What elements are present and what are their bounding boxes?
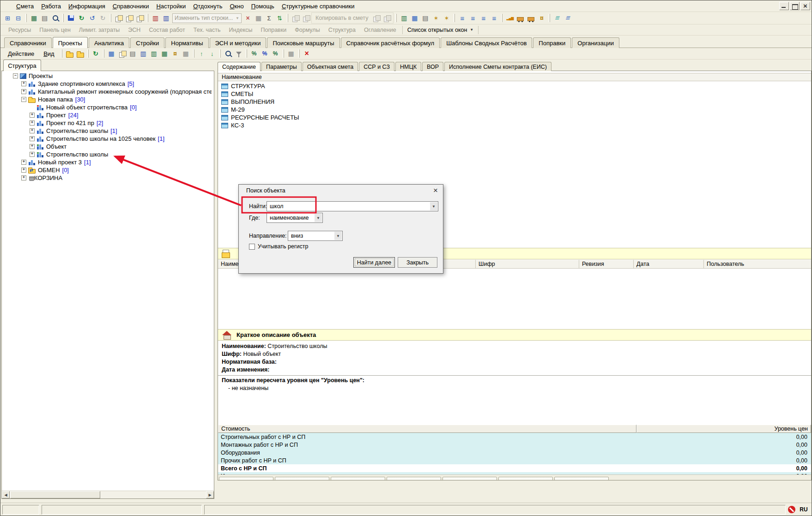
- horizontal-scrollbar[interactable]: ◀ ▶: [2, 491, 214, 498]
- redo-icon[interactable]: [97, 13, 108, 23]
- chevron-down-icon[interactable]: ▼: [430, 202, 437, 210]
- copy-to-estimate-button[interactable]: Копировать в смету: [313, 15, 371, 21]
- tab-struktura[interactable]: Структура: [3, 60, 41, 71]
- book-blue-icon[interactable]: [161, 13, 171, 23]
- tab-spravochnik-raschetnyh-formul[interactable]: Справочник расчётных формул: [341, 37, 440, 48]
- tree-item-zdanie-sportkompleksa[interactable]: Здание спортивного комплекса [5]: [2, 80, 214, 88]
- tree-item-kapremont[interactable]: Капитальный ремонт инженерных сооружений…: [2, 88, 214, 96]
- case-checkbox[interactable]: [249, 244, 255, 250]
- tab-organizacii[interactable]: Организации: [572, 37, 619, 48]
- menu-strukturnye-spravochniki[interactable]: Структурные справочники: [278, 1, 358, 11]
- book-red-icon[interactable]: [150, 13, 161, 23]
- transport-icon[interactable]: [515, 13, 526, 23]
- copy-structure-icon[interactable]: [113, 13, 124, 23]
- menu-rabota[interactable]: Работа: [37, 1, 65, 11]
- transport-alt-icon[interactable]: [526, 13, 536, 23]
- panel-indeksy[interactable]: Индексы: [225, 26, 257, 34]
- menu-okno[interactable]: Окно: [226, 1, 247, 11]
- expand-expander-icon[interactable]: [30, 144, 35, 149]
- numbering-icon[interactable]: [489, 13, 499, 23]
- btn-zhurnal-ks6a[interactable]: КС-6 Журнал КС-6а: [387, 477, 441, 481]
- menu-pomosch[interactable]: Помощь: [248, 1, 278, 11]
- tab-proekty[interactable]: Проекты: [53, 37, 88, 48]
- menu-deystvie[interactable]: Действие: [3, 49, 39, 59]
- btn-ispolnitelnaya[interactable]: % Исполнительная: [331, 477, 385, 481]
- tab-obektnaya-smeta[interactable]: Объектная смета: [303, 62, 358, 71]
- folder-new-icon[interactable]: [75, 48, 85, 59]
- tree-item-obmen[interactable]: ОБМЕН [0]: [2, 166, 214, 174]
- expand-expander-icon[interactable]: [21, 89, 26, 94]
- panel-teh-chast[interactable]: Тех. часть: [189, 26, 225, 34]
- scrollbar-thumb[interactable]: [10, 491, 100, 498]
- tree-item-obekt[interactable]: Объект: [2, 143, 214, 150]
- panel-popravki[interactable]: Поправки: [257, 26, 291, 34]
- book-green-icon[interactable]: [399, 13, 409, 23]
- tab-popravki[interactable]: Поправки: [533, 37, 571, 48]
- list-item-vypolneniya[interactable]: ВЫПОЛНЕНИЯ: [218, 98, 811, 106]
- dialog-close-button[interactable]: Закрыть: [398, 257, 437, 268]
- methodics-icon[interactable]: [149, 48, 159, 59]
- coefficients-icon[interactable]: [260, 48, 270, 59]
- list-item-ks3[interactable]: КС-3: [218, 121, 811, 129]
- tree-item-stroitelstvo-shkoly-2[interactable]: Строительство школы: [2, 150, 214, 158]
- undo-icon[interactable]: [87, 13, 97, 23]
- copy-to-estimate-alt-icon[interactable]: [382, 13, 392, 23]
- scrollbar-track[interactable]: [100, 491, 206, 498]
- export-icon[interactable]: [159, 48, 170, 59]
- table-icon[interactable]: [253, 13, 264, 23]
- menu-otdohnut[interactable]: Отдохнуть: [189, 1, 226, 11]
- tab-parametry[interactable]: Параметры: [261, 62, 302, 71]
- expand-expander-icon[interactable]: [30, 136, 35, 141]
- list-item-smety[interactable]: СМЕТЫ: [218, 90, 811, 98]
- menu-vid[interactable]: Вид: [39, 49, 59, 59]
- scroll-left-icon[interactable]: ◀: [2, 491, 10, 498]
- tab-normativy[interactable]: Нормативы: [165, 37, 208, 48]
- menu-nastroyki[interactable]: Настройки: [152, 1, 189, 11]
- refresh-tree-icon[interactable]: [91, 48, 101, 59]
- list-item-m29[interactable]: М-29: [218, 106, 811, 114]
- tree-item-proekty-root[interactable]: Проекты: [2, 72, 214, 80]
- tab-nmck[interactable]: НМЦК: [395, 62, 421, 71]
- list-item-resursnye-raschety[interactable]: РЕСУРСНЫЕ РАСЧЕТЫ: [218, 114, 811, 121]
- tab-poiskovye-marshruty[interactable]: Поисковые маршруты: [267, 37, 339, 48]
- dialog-close-icon[interactable]: [429, 185, 442, 196]
- tools-alt-icon[interactable]: [441, 13, 452, 23]
- layers-icon[interactable]: [552, 13, 563, 23]
- filter-icon[interactable]: [233, 48, 244, 59]
- minimize-button[interactable]: [779, 2, 789, 10]
- expand-expander-icon[interactable]: [21, 160, 26, 165]
- search-icon[interactable]: [50, 13, 61, 23]
- panel-sostav-rabot[interactable]: Состав работ: [145, 26, 189, 34]
- expand-expander-icon[interactable]: [30, 128, 35, 133]
- tree-item-proekt[interactable]: Проект [24]: [2, 111, 214, 119]
- expand-expander-icon[interactable]: [21, 168, 26, 173]
- expand-expander-icon[interactable]: [30, 152, 35, 157]
- tab-shablony-svodnyh-raschetov[interactable]: Шаблоны Сводных Расчётов: [441, 37, 532, 48]
- chart-icon[interactable]: [504, 13, 515, 23]
- move-rows-icon[interactable]: [274, 13, 285, 23]
- btn-spravka-ks3[interactable]: КС-3 Справка КС-3: [554, 477, 609, 481]
- chevron-down-icon[interactable]: ▼: [334, 232, 342, 240]
- dialog-titlebar[interactable]: Поиск объекта: [239, 185, 443, 197]
- column-polzovatel[interactable]: Пользователь: [704, 260, 811, 269]
- save-icon[interactable]: [66, 13, 76, 23]
- panel-limit-zatraty[interactable]: Лимит. затраты: [75, 26, 124, 34]
- tree-item-novyi-proekt-3[interactable]: Новый проект 3 [1]: [2, 158, 214, 166]
- tools-icon[interactable]: [430, 13, 441, 23]
- move-up-icon[interactable]: [196, 48, 207, 59]
- panel-struktura[interactable]: Структура: [324, 26, 360, 34]
- column-reviziya[interactable]: Ревизия: [579, 260, 634, 269]
- structure-table-icon[interactable]: [181, 48, 191, 59]
- add-object-icon[interactable]: [106, 48, 117, 59]
- import-icon[interactable]: [127, 48, 138, 59]
- panel-oglavlenie[interactable]: Оглавление: [360, 26, 400, 34]
- tree-item-novyi-obekt-stroitelstva[interactable]: Новый объект строительства [0]: [2, 103, 214, 111]
- expand-expander-icon[interactable]: [21, 175, 26, 180]
- find-next-button[interactable]: Найти далее: [353, 257, 395, 268]
- panel-esn[interactable]: ЭСН: [124, 26, 145, 34]
- clear-row-type-icon[interactable]: [242, 13, 253, 23]
- indexes-icon[interactable]: [249, 48, 260, 59]
- overheads-icon[interactable]: [270, 48, 281, 59]
- tab-esn-i-metodiki[interactable]: ЭСН и методики: [210, 37, 267, 48]
- tree-item-proekt-421[interactable]: Проект по 421 пр [2]: [2, 119, 214, 127]
